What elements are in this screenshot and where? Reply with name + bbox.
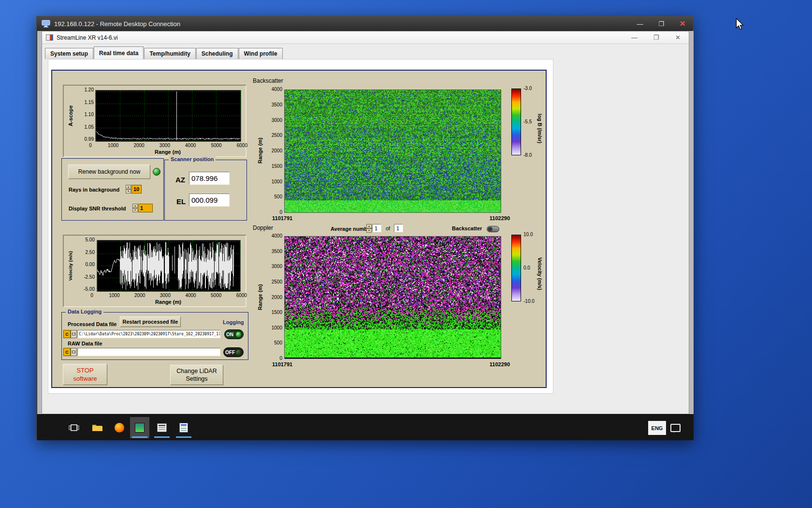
ascope-ytick: 1.10 — [85, 112, 94, 117]
rdp-titlebar[interactable]: 192.168.0.122 - Remote Desktop Connectio… — [37, 16, 693, 31]
ascope-yticks: 1.201.151.101.050.99 — [75, 87, 94, 142]
processed-path-drive-box[interactable]: C — [63, 330, 71, 338]
doppler-colorbar-ticks: 10.00.0-10.0 — [523, 232, 535, 304]
ascope-xlabel: Range (m) — [95, 149, 240, 155]
velocity-ytick: 2.50 — [86, 250, 95, 255]
snr-spinner[interactable]: ▲▼ — [132, 204, 138, 212]
ascope-ytick: 1.15 — [85, 100, 94, 105]
ascope-xticks: 0100020003000400050006000 — [88, 143, 247, 148]
backscatter-ytick: 0 — [279, 209, 282, 215]
ascope-xtick: 6000 — [237, 143, 247, 148]
backscatter-heatmap — [285, 90, 501, 212]
doppler-colorbar-label: Velocity (m/s) — [537, 242, 543, 305]
notification-icon[interactable] — [670, 424, 681, 432]
raw-logging-toggle-off[interactable]: OFF — [223, 347, 244, 357]
raw-path-field[interactable] — [77, 348, 220, 356]
raw-data-file-label: RAW Data file — [68, 341, 102, 346]
snr-threshold-label: Display SNR threshold — [69, 206, 126, 211]
change-lidar-settings-button[interactable]: Change LiDAR Settings — [170, 365, 223, 385]
firefox-icon — [115, 423, 124, 433]
raw-path-browse-button[interactable] — [71, 348, 77, 356]
average-number-spinner[interactable]: ▲▼ — [366, 224, 372, 232]
task-view-button[interactable] — [64, 417, 84, 438]
velocity-graph: Velocity (m/s) 5.002.500.00-2.50-5.00 01… — [63, 235, 246, 307]
processed-path-browse-button[interactable] — [71, 330, 77, 338]
stop-software-button[interactable]: STOP software — [63, 364, 107, 385]
app-close-button[interactable]: ✕ — [667, 31, 689, 44]
el-value-field[interactable]: 000.099 — [189, 194, 230, 207]
velocity-xtick: 6000 — [236, 293, 247, 298]
velocity-ylabel: Velocity (m/s) — [68, 242, 73, 289]
average-of-field[interactable]: 1 — [394, 224, 403, 232]
restart-processed-file-button[interactable]: Restart processed file — [120, 316, 181, 327]
velocity-plot-frame — [97, 240, 241, 292]
off-label: OFF — [225, 350, 235, 355]
rays-value-field[interactable]: 10 — [131, 185, 142, 194]
ascope-ytick: 1.20 — [85, 87, 94, 92]
app-restore-button[interactable]: ❐ — [645, 31, 667, 44]
rdp-close-button[interactable]: ✕ — [672, 16, 693, 31]
doppler-cb-tick: -10.0 — [523, 299, 535, 304]
velocity-xtick: 4000 — [185, 293, 196, 298]
app-minimize-button[interactable]: — — [624, 31, 645, 44]
backscatter-ytick: 2500 — [272, 133, 282, 138]
firefox-button[interactable] — [110, 417, 129, 438]
scanner-position-title: Scanner position — [169, 156, 216, 162]
remote-taskbar: ENG — [37, 414, 694, 440]
backscatter-ytick: 2000 — [272, 148, 282, 153]
raw-path-drive-box[interactable]: C — [63, 348, 71, 356]
backscatter-ytick: 500 — [274, 194, 282, 199]
ascope-xtick: 3000 — [160, 143, 170, 148]
rdp-client-area: StreamLine XR v14-6.vi — ❐ ✕ System setu… — [37, 31, 694, 440]
average-number-field[interactable]: 1 — [372, 224, 381, 232]
velocity-xtick: 3000 — [160, 293, 171, 298]
notes-app-button[interactable] — [174, 417, 193, 438]
backscatter-title: Backscatter — [253, 77, 283, 84]
ascope-xtick: 4000 — [185, 143, 196, 148]
rdp-minimize-button[interactable]: — — [629, 16, 651, 31]
renew-background-button[interactable]: Renew background now — [68, 164, 150, 179]
az-value-field[interactable]: 078.996 — [189, 172, 230, 185]
tab-scheduling[interactable]: Scheduling — [196, 48, 238, 59]
doppler-title: Doppler — [253, 224, 273, 231]
processed-path-field[interactable]: C:\Lidar\Data\Proc\2023\202309\20230917\… — [77, 330, 220, 338]
file-explorer-button[interactable] — [87, 417, 107, 438]
rdp-restore-button[interactable]: ❐ — [651, 16, 672, 31]
doppler-ytick: 3500 — [272, 249, 282, 254]
doppler-time-start: 1101791 — [272, 361, 292, 367]
ascope-ytick: 0.99 — [85, 136, 94, 142]
tab-real-time-data[interactable]: Real time data — [94, 46, 144, 59]
backscatter-ytick: 1000 — [272, 179, 282, 184]
snr-value-field[interactable]: 1 — [138, 204, 153, 212]
streamline-taskbar-button[interactable] — [130, 417, 149, 438]
language-indicator[interactable]: ENG — [648, 421, 666, 435]
doppler-ytick: 0 — [279, 356, 282, 361]
backscatter-colorbar-label: log B (/m/sr) — [537, 97, 543, 160]
tab-temp-humidity[interactable]: Temp/humidity — [144, 48, 195, 59]
velocity-ytick: -2.50 — [84, 274, 95, 280]
backscatter-ytick: 3000 — [272, 118, 282, 123]
scan-scheduler-button[interactable] — [152, 417, 172, 438]
velocity-xtick: 5000 — [211, 293, 221, 298]
tab-system-setup[interactable]: System setup — [45, 48, 93, 59]
doppler-ytick: 2500 — [272, 279, 282, 284]
rays-spinner[interactable]: ▲▼ — [126, 185, 131, 194]
tab-wind-profile[interactable]: Wind profile — [239, 48, 283, 59]
task-view-icon — [69, 423, 79, 433]
streamline-running-indicator — [132, 436, 147, 438]
backscatter-time-axis: 1101791 1102290 — [272, 215, 510, 221]
renew-background-led — [153, 168, 160, 176]
az-label: AZ — [175, 176, 185, 184]
doppler-ytick: 3000 — [272, 264, 282, 269]
velocity-xtick: 0 — [89, 293, 94, 298]
processed-logging-toggle-on[interactable]: ON — [224, 329, 244, 339]
backscatter-toggle-switch[interactable] — [487, 226, 499, 232]
app-titlebar[interactable]: StreamLine XR v14-6.vi — ❐ ✕ — [42, 31, 689, 44]
ascope-ytick: 1.05 — [85, 124, 94, 130]
velocity-ytick: 5.00 — [86, 237, 95, 242]
tab-strip: System setup Real time data Temp/humidit… — [45, 46, 283, 59]
processed-data-file-label: Processed Data file — [68, 321, 117, 327]
doppler-cb-tick: 10.0 — [523, 232, 535, 237]
doppler-ytick: 500 — [274, 340, 282, 345]
off-led — [235, 349, 242, 356]
